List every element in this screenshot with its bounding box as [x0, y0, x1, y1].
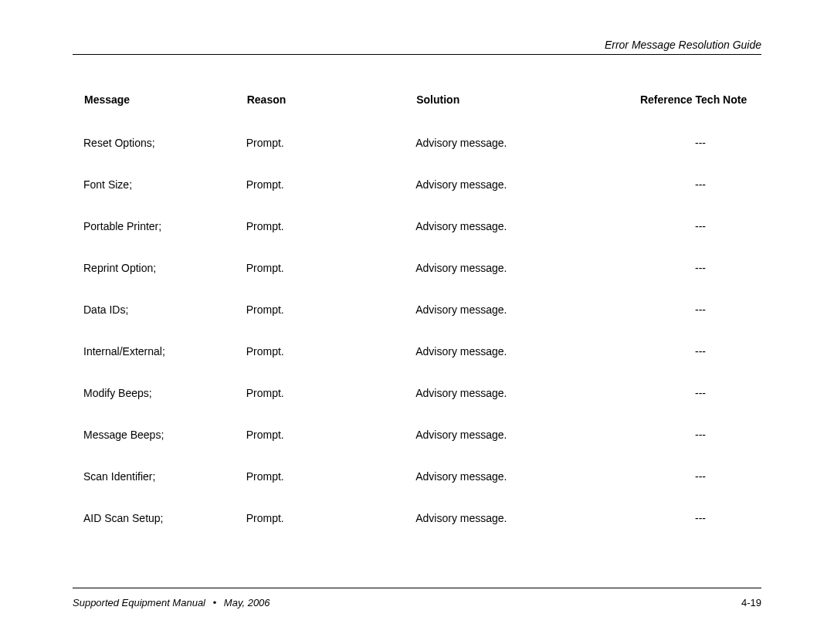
col-header-message: Message — [83, 93, 246, 126]
table-row: Portable Printer; Prompt. Advisory messa… — [83, 209, 761, 251]
cell-message: Portable Printer; — [83, 209, 246, 251]
header-rule — [73, 54, 761, 55]
table-row: Data IDs; Prompt. Advisory message. --- — [83, 293, 761, 334]
table-row: Scan Identifier; Prompt. Advisory messag… — [83, 459, 761, 501]
cell-message: AID Scan Setup; — [83, 501, 246, 543]
cell-reference: --- — [639, 418, 761, 459]
col-header-reference: Reference Tech Note — [639, 93, 761, 126]
cell-reason: Prompt. — [246, 334, 416, 376]
cell-reason: Prompt. — [246, 376, 416, 418]
table-row: Reset Options; Prompt. Advisory message.… — [83, 126, 761, 168]
error-table: Message Reason Solution Reference Tech N… — [83, 93, 761, 543]
footer-bullet-icon: • — [208, 597, 222, 608]
col-header-solution: Solution — [415, 93, 639, 126]
footer-date: May, 2006 — [224, 597, 270, 608]
cell-solution: Advisory message. — [415, 251, 639, 293]
footer-title: Supported Equipment Manual — [73, 597, 205, 608]
table-row: Font Size; Prompt. Advisory message. --- — [83, 168, 761, 209]
table-row: AID Scan Setup; Prompt. Advisory message… — [83, 501, 761, 543]
cell-solution: Advisory message. — [415, 293, 639, 334]
page: Error Message Resolution Guide Message R… — [0, 0, 834, 644]
cell-message: Font Size; — [83, 168, 246, 209]
cell-solution: Advisory message. — [415, 418, 639, 459]
cell-solution: Advisory message. — [415, 459, 639, 501]
table-body: Reset Options; Prompt. Advisory message.… — [83, 126, 761, 543]
cell-reference: --- — [639, 334, 761, 376]
cell-message: Message Beeps; — [83, 418, 246, 459]
cell-reference: --- — [639, 126, 761, 168]
cell-reason: Prompt. — [246, 209, 416, 251]
cell-reason: Prompt. — [246, 126, 416, 168]
cell-solution: Advisory message. — [415, 334, 639, 376]
col-header-reason: Reason — [246, 93, 416, 126]
cell-reference: --- — [639, 209, 761, 251]
cell-reason: Prompt. — [246, 459, 416, 501]
cell-reference: --- — [639, 459, 761, 501]
cell-message: Reprint Option; — [83, 251, 246, 293]
table-row: Message Beeps; Prompt. Advisory message.… — [83, 418, 761, 459]
cell-solution: Advisory message. — [415, 376, 639, 418]
footer-left: Supported Equipment Manual • May, 2006 — [73, 597, 270, 608]
cell-solution: Advisory message. — [415, 126, 639, 168]
cell-reason: Prompt. — [246, 418, 416, 459]
footer-rule — [73, 588, 761, 588]
cell-reference: --- — [639, 376, 761, 418]
footer-page-number: 4-19 — [741, 597, 761, 608]
cell-message: Data IDs; — [83, 293, 246, 334]
table-header-row: Message Reason Solution Reference Tech N… — [83, 93, 761, 126]
cell-reference: --- — [639, 168, 761, 209]
table-row: Modify Beeps; Prompt. Advisory message. … — [83, 376, 761, 418]
cell-solution: Advisory message. — [415, 501, 639, 543]
cell-reference: --- — [639, 501, 761, 543]
table-row: Reprint Option; Prompt. Advisory message… — [83, 251, 761, 293]
cell-message: Internal/External; — [83, 334, 246, 376]
cell-reason: Prompt. — [246, 168, 416, 209]
cell-message: Scan Identifier; — [83, 459, 246, 501]
cell-message: Reset Options; — [83, 126, 246, 168]
cell-reference: --- — [639, 293, 761, 334]
table-row: Internal/External; Prompt. Advisory mess… — [83, 334, 761, 376]
content-area: Message Reason Solution Reference Tech N… — [83, 93, 761, 543]
cell-reason: Prompt. — [246, 293, 416, 334]
cell-message: Modify Beeps; — [83, 376, 246, 418]
cell-solution: Advisory message. — [415, 168, 639, 209]
cell-reason: Prompt. — [246, 501, 416, 543]
running-header: Error Message Resolution Guide — [605, 39, 761, 51]
cell-reason: Prompt. — [246, 251, 416, 293]
footer: Supported Equipment Manual • May, 2006 4… — [73, 597, 761, 608]
cell-solution: Advisory message. — [415, 209, 639, 251]
cell-reference: --- — [639, 251, 761, 293]
